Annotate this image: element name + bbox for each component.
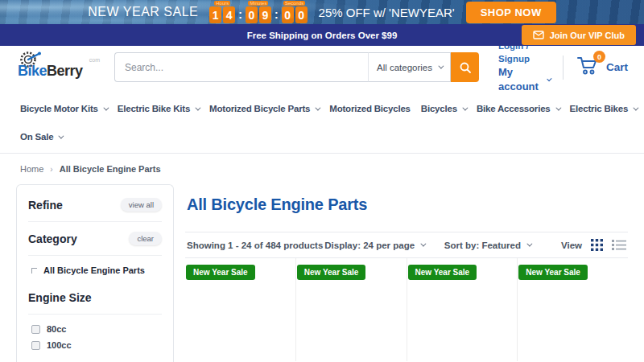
countdown-digit: 0: [295, 6, 308, 23]
chevron-down-icon: [195, 105, 200, 110]
nav-item-motorized-bicycles[interactable]: Motorized Bicycles: [329, 104, 411, 113]
chevron-down-icon: [420, 241, 426, 247]
chevron-down-icon: [316, 105, 321, 110]
countdown-minutes: Minutes 0 9: [246, 2, 271, 23]
countdown-separator: :: [275, 8, 279, 21]
cart-count-badge: 0: [593, 51, 605, 63]
my-account-dropdown[interactable]: My account: [498, 65, 550, 93]
subcategory-corner-icon: [31, 268, 37, 274]
promo-banner: NEW YEAR SALE Hours 1 4 : Minutes 0 9 : …: [0, 0, 644, 24]
filter-sidebar: Refine view all Category clear All Bicyc…: [16, 184, 174, 362]
view-switcher: View: [561, 238, 626, 252]
view-label: View: [561, 241, 582, 250]
checkbox-icon[interactable]: [31, 325, 40, 334]
sale-badge: New Year Sale: [408, 265, 477, 280]
countdown-timer: Hours 1 4 : Minutes 0 9 : Seconds 0 0: [209, 2, 307, 23]
bikeberry-logo[interactable]: BikeBerry com: [16, 50, 101, 85]
countdown-seconds: Seconds 0 0: [282, 2, 308, 23]
product-card[interactable]: New Year Sale: [407, 258, 518, 361]
header-divider: [563, 56, 564, 80]
my-account-label: My account: [498, 65, 542, 93]
search-icon: [459, 61, 472, 74]
chevron-down-icon: [59, 133, 64, 138]
main-panel: All Bicycle Engine Parts Showing 1 - 24 …: [185, 184, 628, 361]
countdown-digit: 9: [259, 6, 271, 23]
countdown-minutes-label: Minutes: [248, 1, 268, 6]
refine-title: Refine: [28, 199, 63, 212]
join-vip-label: Join Our VIP Club: [550, 31, 625, 40]
countdown-digit: 1: [209, 6, 221, 23]
nav-item-electric-bikes[interactable]: Electric Bikes: [570, 104, 638, 113]
product-grid: New Year Sale New Year Sale New Year Sal…: [185, 258, 628, 361]
join-vip-button[interactable]: Join Our VIP Club: [522, 25, 636, 45]
chevron-down-icon: [634, 105, 639, 110]
chevron-down-icon: [103, 105, 109, 110]
sale-badge: New Year Sale: [186, 265, 255, 280]
chevron-down-icon: [438, 64, 444, 69]
promo-offer-text: 25% OFF w/ 'NEWYEAR': [319, 6, 455, 19]
account-menu[interactable]: Login / Signup My account: [498, 40, 550, 93]
countdown-digit: 0: [246, 6, 258, 23]
logo-suffix: com: [89, 57, 100, 63]
filter-option-label: 100cc: [47, 340, 72, 350]
nav-item-bicycles[interactable]: Bicycles: [421, 104, 466, 113]
categories-dropdown[interactable]: All categories: [368, 52, 451, 82]
nav-row-secondary: On Sale: [20, 121, 624, 153]
filter-option-100cc[interactable]: 100cc: [28, 340, 162, 350]
filter-option-80cc[interactable]: 80cc: [28, 324, 162, 334]
search-input[interactable]: [114, 52, 368, 82]
filter-option-label: 80cc: [47, 324, 66, 334]
envelope-icon: [533, 31, 544, 39]
category-title: Category: [28, 232, 77, 245]
sale-badge: New Year Sale: [518, 265, 588, 280]
product-card[interactable]: New Year Sale: [295, 258, 407, 361]
sort-by-dropdown[interactable]: Sort by: Featured: [444, 241, 530, 250]
clear-filter-button[interactable]: clear: [129, 232, 162, 245]
sidebar-divider: [28, 314, 162, 315]
main-navigation: Bicycle Motor Kits Electric Bike Kits Mo…: [0, 88, 644, 154]
free-shipping-text: Free Shipping on Orders Over $99: [247, 31, 398, 40]
search-bar: All categories: [114, 52, 479, 82]
product-card[interactable]: New Year Sale: [185, 258, 295, 361]
chevron-down-icon: [526, 241, 532, 247]
header: BikeBerry com All categories Login / Sig…: [0, 46, 644, 88]
shipping-bar: Free Shipping on Orders Over $99 Join Ou…: [0, 24, 644, 46]
nav-item-motorized-bicycle-parts[interactable]: Motorized Bicycle Parts: [209, 104, 319, 113]
display-per-page-dropdown[interactable]: Display: 24 per page: [324, 241, 444, 250]
page-title: All Bicycle Engine Parts: [187, 195, 628, 214]
category-item-label: All Bicycle Engine Parts: [43, 265, 145, 275]
category-item-all-bicycle-engine-parts[interactable]: All Bicycle Engine Parts: [28, 265, 162, 275]
breadcrumb: Home › All Bicycle Engine Parts: [0, 154, 644, 184]
promo-sale-text: NEW YEAR SALE: [88, 5, 198, 19]
breadcrumb-separator: ›: [50, 165, 52, 174]
view-all-button[interactable]: view all: [121, 198, 162, 212]
search-button[interactable]: [451, 52, 479, 82]
nav-item-electric-bike-kits[interactable]: Electric Bike Kits: [118, 104, 199, 113]
shop-now-button[interactable]: SHOP NOW: [466, 2, 556, 23]
results-toolbar: Showing 1 - 24 of 484 products Display: …: [185, 232, 628, 258]
sidebar-divider: [28, 221, 162, 222]
sort-by-label: Sort by: Featured: [444, 241, 521, 250]
nav-row-primary: Bicycle Motor Kits Electric Bike Kits Mo…: [20, 97, 624, 121]
nav-item-on-sale[interactable]: On Sale: [20, 132, 62, 142]
countdown-digit: 4: [223, 6, 235, 23]
checkbox-icon[interactable]: [31, 341, 40, 350]
breadcrumb-current: All Bicycle Engine Parts: [60, 164, 161, 174]
list-view-icon[interactable]: [612, 239, 626, 251]
nav-item-bicycle-motor-kits[interactable]: Bicycle Motor Kits: [20, 104, 107, 113]
chevron-down-icon: [547, 76, 551, 80]
cart-button[interactable]: 0 Cart: [576, 56, 628, 79]
countdown-hours-label: Hours: [214, 1, 230, 6]
results-count: Showing 1 - 24 of 484 products: [187, 241, 324, 250]
sale-badge: New Year Sale: [297, 265, 366, 280]
countdown-separator: :: [238, 8, 242, 21]
sidebar-divider: [28, 255, 162, 256]
chevron-down-icon: [462, 105, 468, 110]
logo-text: BikeBerry: [18, 63, 83, 80]
nav-item-bike-accessories[interactable]: Bike Accessories: [477, 104, 559, 113]
chevron-down-icon: [555, 105, 561, 110]
grid-view-icon[interactable]: [590, 238, 604, 252]
countdown-seconds-label: Seconds: [283, 1, 305, 6]
product-card[interactable]: New Year Sale: [517, 258, 628, 361]
breadcrumb-home-link[interactable]: Home: [20, 164, 43, 174]
